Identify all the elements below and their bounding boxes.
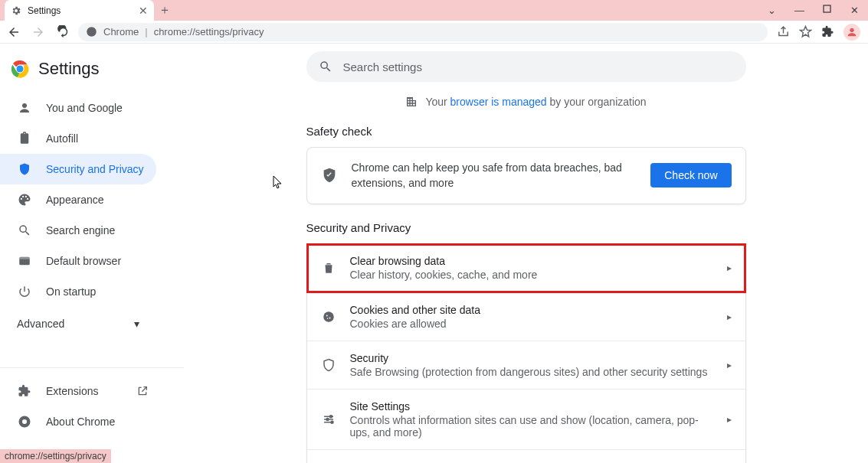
page-body: Settings You and Google Autofill Securit…: [0, 44, 868, 463]
sidebar-item-label: Default browser: [46, 255, 121, 267]
check-now-button[interactable]: Check now: [650, 163, 731, 187]
svg-point-2: [850, 28, 853, 31]
gear-icon: [11, 5, 21, 16]
browser-tab[interactable]: Settings ✕: [5, 0, 154, 21]
share-icon[interactable]: [777, 25, 790, 38]
svg-point-15: [329, 415, 332, 417]
reload-button[interactable]: [54, 23, 72, 41]
page-title: Settings: [38, 59, 100, 79]
clipboard-icon: [17, 132, 32, 145]
chrome-icon: [17, 415, 32, 429]
trash-icon: [321, 261, 336, 275]
row-subtitle: Controls what information sites can use …: [350, 414, 713, 439]
managed-banner: Your browser is managed by your organiza…: [405, 96, 646, 108]
site-info-icon[interactable]: [86, 26, 97, 37]
svg-point-1: [87, 27, 97, 37]
svg-point-16: [326, 418, 329, 420]
row-security[interactable]: Security Safe Browsing (protection from …: [307, 341, 745, 389]
sliders-icon: [321, 412, 336, 426]
svg-point-11: [323, 311, 334, 322]
safety-check-card: Chrome can help keep you safe from data …: [306, 147, 746, 204]
sidebar-item-extensions[interactable]: Extensions: [0, 376, 156, 406]
row-title: Clear browsing data: [350, 255, 713, 267]
chevron-right-icon: ▸: [727, 414, 732, 425]
settings-sidebar: Settings You and Google Autofill Securit…: [0, 44, 184, 463]
shield-check-icon: [321, 167, 338, 184]
sidebar-item-on-startup[interactable]: On startup: [0, 276, 156, 307]
search-placeholder: Search settings: [343, 60, 422, 73]
minimize-icon[interactable]: ―: [794, 5, 804, 16]
sidebar-advanced[interactable]: Advanced ▾: [0, 307, 156, 341]
svg-point-14: [326, 318, 328, 319]
safety-check-heading: Safety check: [306, 125, 746, 138]
puzzle-icon: [17, 384, 32, 398]
security-privacy-card: Clear browsing data Clear history, cooki…: [306, 243, 746, 463]
new-tab-button[interactable]: ＋: [154, 2, 175, 18]
status-bar: chrome://settings/privacy: [0, 449, 111, 463]
search-icon: [17, 223, 32, 237]
managed-link[interactable]: browser is managed: [450, 96, 547, 108]
sidebar-item-search-engine[interactable]: Search engine: [0, 215, 156, 246]
row-title: Security: [350, 352, 713, 364]
building-icon: [405, 96, 418, 108]
search-icon: [319, 60, 332, 73]
sidebar-item-label: On startup: [46, 285, 96, 298]
back-button[interactable]: [5, 23, 23, 41]
chevron-right-icon: ▸: [727, 262, 732, 273]
sidebar-item-label: You and Google: [46, 102, 123, 114]
address-bar[interactable]: Chrome | chrome://settings/privacy: [78, 23, 768, 41]
svg-point-6: [22, 103, 27, 108]
sidebar-item-default-browser[interactable]: Default browser: [0, 246, 156, 276]
svg-point-13: [329, 317, 330, 318]
bookmark-icon[interactable]: [799, 25, 812, 38]
open-external-icon: [136, 385, 149, 397]
sidebar-item-label: Extensions: [46, 385, 98, 397]
row-clear-browsing-data[interactable]: Clear browsing data Clear history, cooki…: [307, 244, 745, 292]
window-close-icon[interactable]: ✕: [850, 5, 859, 16]
omnibox-url: chrome://settings/privacy: [154, 26, 264, 37]
sidebar-item-security-privacy[interactable]: Security and Privacy: [0, 154, 156, 184]
sidebar-item-you-and-google[interactable]: You and Google: [0, 93, 156, 123]
row-title: Cookies and other site data: [350, 304, 713, 316]
row-subtitle: Clear history, cookies, cache, and more: [350, 269, 713, 281]
security-privacy-heading: Security and Privacy: [306, 221, 746, 234]
sidebar-item-appearance[interactable]: Appearance: [0, 184, 156, 215]
forward-button[interactable]: [29, 23, 47, 41]
sidebar-item-label: Autofill: [46, 132, 78, 145]
chrome-logo-icon: [11, 60, 29, 78]
svg-rect-0: [824, 5, 830, 12]
row-subtitle: Cookies are allowed: [350, 318, 713, 330]
close-icon[interactable]: ✕: [139, 5, 148, 17]
profile-avatar[interactable]: [843, 24, 860, 41]
sidebar-item-about-chrome[interactable]: About Chrome: [0, 406, 156, 437]
sidebar-bottom: Extensions About Chrome: [0, 367, 184, 437]
sidebar-item-autofill[interactable]: Autofill: [0, 123, 156, 154]
settings-content: Search settings Your browser is managed …: [184, 44, 868, 463]
chevron-down-icon[interactable]: ⌄: [768, 5, 776, 16]
caret-down-icon: ▾: [134, 318, 139, 330]
row-privacy-sandbox[interactable]: Privacy Sandbox: [307, 449, 745, 463]
svg-point-17: [331, 421, 333, 423]
chevron-right-icon: ▸: [727, 360, 732, 370]
svg-rect-8: [19, 257, 30, 259]
cookie-icon: [321, 310, 336, 324]
extensions-icon[interactable]: [821, 25, 834, 38]
omnibox-origin: Chrome: [103, 26, 139, 37]
brand: Settings: [0, 56, 184, 93]
maximize-icon[interactable]: [823, 5, 832, 16]
row-subtitle: Safe Browsing (protection from dangerous…: [350, 366, 713, 378]
browser-toolbar: Chrome | chrome://settings/privacy: [0, 21, 868, 44]
row-cookies[interactable]: Cookies and other site data Cookies are …: [307, 292, 745, 341]
palette-icon: [17, 193, 32, 207]
row-site-settings[interactable]: Site Settings Controls what information …: [307, 389, 745, 449]
browser-icon: [17, 254, 32, 268]
safety-text: Chrome can help keep you safe from data …: [352, 160, 637, 191]
sidebar-item-label: About Chrome: [46, 416, 115, 428]
shield-icon: [17, 162, 32, 176]
sidebar-item-label: Appearance: [46, 194, 104, 206]
search-settings-input[interactable]: Search settings: [306, 51, 746, 82]
chevron-right-icon: ▸: [727, 311, 732, 322]
sidebar-item-label: Search engine: [46, 224, 115, 236]
row-title: Site Settings: [350, 400, 713, 412]
shield-icon: [321, 358, 336, 372]
